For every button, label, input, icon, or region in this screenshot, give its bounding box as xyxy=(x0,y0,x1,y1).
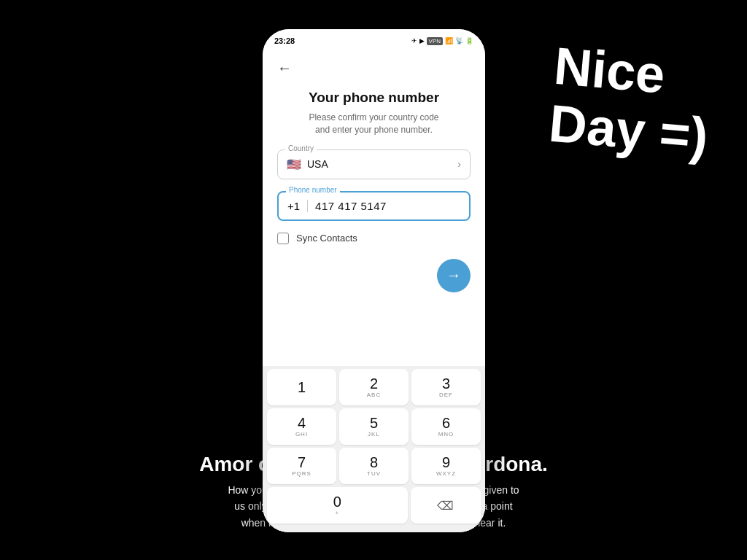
keypad: 1 2 ABC 3 DEF 4 GHI 5 JKL xyxy=(263,366,485,532)
sync-contacts-row: Sync Contacts xyxy=(277,233,471,244)
page-title: Your phone number xyxy=(277,90,471,106)
country-name: USA xyxy=(307,158,328,170)
keypad-row-3: 7 PQRS 8 TUV 9 WXYZ xyxy=(267,448,481,484)
wifi-icon: 📶 xyxy=(445,37,453,44)
key-3[interactable]: 3 DEF xyxy=(411,369,481,405)
nice-day-text: NiceDay =) xyxy=(546,37,715,166)
sync-contacts-label: Sync Contacts xyxy=(296,233,357,244)
back-button[interactable]: ← xyxy=(274,57,295,79)
top-bar: ← xyxy=(263,50,485,82)
keypad-row-2: 4 GHI 5 JKL 6 MNO xyxy=(267,408,481,445)
vpn-badge: VPN xyxy=(427,37,443,45)
phone-number-value: 417 417 5147 xyxy=(315,200,387,212)
next-button-row: → xyxy=(277,259,471,292)
arrow-right-icon: → xyxy=(446,267,461,284)
phone-number-input[interactable]: Phone number +1 417 417 5147 xyxy=(277,191,471,221)
telegram-icon: ✈ xyxy=(411,37,417,44)
country-label: Country xyxy=(285,144,317,152)
key-2[interactable]: 2 ABC xyxy=(339,369,409,405)
status-time: 23:28 xyxy=(274,36,295,45)
key-5[interactable]: 5 JKL xyxy=(339,408,409,445)
key-delete[interactable]: ⌫ xyxy=(411,487,481,524)
battery-icon: 🔋 xyxy=(465,37,473,44)
key-1[interactable]: 1 xyxy=(267,369,336,405)
key-4[interactable]: 4 GHI xyxy=(267,408,336,445)
status-icons: ✈ ▶ VPN 📶 📡 🔋 xyxy=(411,37,473,45)
page-subtitle: Please confirm your country codeand ente… xyxy=(277,112,471,136)
country-code: +1 xyxy=(287,200,308,212)
delete-icon: ⌫ xyxy=(437,499,454,513)
country-flag: 🇺🇸 xyxy=(287,158,301,171)
keypad-row-1: 1 2 ABC 3 DEF xyxy=(267,369,481,405)
signal-icon: 📡 xyxy=(455,37,463,44)
phone-number-label: Phone number xyxy=(286,186,340,194)
key-9[interactable]: 9 WXYZ xyxy=(411,448,481,484)
form-area: Your phone number Please confirm your co… xyxy=(263,82,485,366)
key-0[interactable]: 0 + xyxy=(267,487,408,524)
app-content: ← Your phone number Please confirm your … xyxy=(263,50,485,532)
sync-contacts-checkbox[interactable] xyxy=(277,233,289,244)
country-selector[interactable]: Country 🇺🇸 USA › xyxy=(277,149,471,179)
key-8[interactable]: 8 TUV xyxy=(339,448,409,484)
phone-mockup: 23:28 ✈ ▶ VPN 📶 📡 🔋 ← Your phone number … xyxy=(263,29,485,532)
status-bar: 23:28 ✈ ▶ VPN 📶 📡 🔋 xyxy=(263,29,485,50)
key-7[interactable]: 7 PQRS xyxy=(267,448,336,484)
key-6[interactable]: 6 MNO xyxy=(411,408,481,445)
youtube-icon: ▶ xyxy=(419,37,425,44)
keypad-row-4: 0 + ⌫ xyxy=(267,487,481,524)
next-button[interactable]: → xyxy=(437,259,471,292)
chevron-right-icon: › xyxy=(457,158,461,170)
